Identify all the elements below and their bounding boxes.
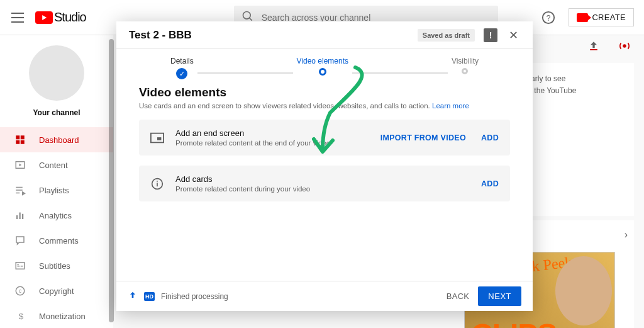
svg-rect-23 [157, 183, 158, 186]
svg-point-0 [243, 11, 250, 19]
processing-status: HD Finished processing [128, 290, 228, 302]
card-subtitle: Promote related content during your vide… [175, 185, 481, 193]
card-end-screen: Add an end screen Promote related conten… [139, 120, 510, 156]
card-add-cards: Add cards Promote related content during… [139, 166, 510, 201]
step-video-elements[interactable]: Video elements [293, 57, 353, 76]
processing-label: Finished processing [161, 292, 228, 301]
close-icon[interactable]: ✕ [506, 28, 520, 42]
dialog-title: Test 2 - BBB [129, 29, 418, 42]
create-label: CREATE [592, 13, 626, 22]
step-details[interactable]: Details ✓ [167, 57, 197, 79]
learn-more-link[interactable]: Learn more [432, 102, 469, 110]
end-screen-icon [150, 131, 164, 145]
logo-text: Studio [54, 10, 86, 25]
card-title: Add an end screen [175, 128, 380, 138]
dialog-body: Video elements Use cards and an end scre… [116, 79, 533, 281]
video-camera-icon [577, 13, 588, 22]
hd-icon: HD [144, 292, 155, 301]
check-icon: ✓ [176, 68, 187, 79]
info-icon [150, 177, 164, 191]
back-button[interactable]: BACK [447, 291, 470, 301]
import-from-video-button[interactable]: IMPORT FROM VIDEO [380, 133, 466, 142]
step-dot-icon [319, 68, 326, 76]
create-button[interactable]: CREATE [569, 8, 634, 26]
step-visibility[interactable]: Visibility [448, 57, 482, 74]
card-subtitle: Promote related content at the end of yo… [175, 139, 380, 147]
card-title: Add cards [175, 174, 481, 184]
add-cards-button[interactable]: ADD [481, 179, 499, 188]
step-dot-icon [462, 68, 468, 74]
help-icon[interactable]: ? [541, 10, 556, 25]
upload-complete-icon [128, 290, 138, 302]
upload-dialog: Test 2 - BBB Saved as draft ! ✕ Details … [116, 21, 533, 311]
svg-rect-24 [157, 181, 158, 182]
draft-status: Saved as draft [418, 29, 475, 42]
menu-icon[interactable] [10, 10, 25, 25]
add-end-screen-button[interactable]: ADD [481, 133, 499, 142]
svg-rect-21 [157, 137, 161, 140]
section-title: Video elements [139, 86, 510, 99]
feedback-icon[interactable]: ! [484, 28, 497, 42]
dialog-header: Test 2 - BBB Saved as draft ! ✕ [116, 21, 533, 49]
logo[interactable]: Studio [35, 10, 86, 25]
youtube-icon [35, 11, 53, 24]
dialog-footer: HD Finished processing BACK NEXT [116, 281, 533, 311]
svg-text:?: ? [547, 13, 551, 22]
stepper: Details ✓ Video elements Visibility [116, 49, 533, 79]
next-button[interactable]: NEXT [478, 286, 521, 306]
section-subtitle: Use cards and an end screen to show view… [139, 102, 510, 110]
